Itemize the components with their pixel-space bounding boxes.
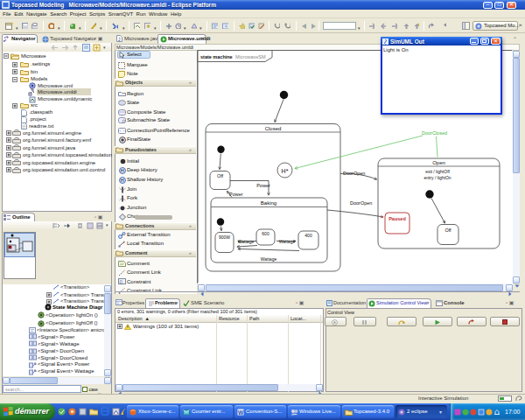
- svg-text:{}: {}: [120, 279, 123, 284]
- svg-text:900W: 900W: [219, 234, 230, 240]
- svg-text:MicrowaveSM: MicrowaveSM: [235, 54, 266, 60]
- svg-text:Baking: Baking: [261, 200, 276, 206]
- svg-text:W: W: [238, 409, 244, 415]
- svg-text:entry / lightOn: entry / lightOn: [424, 175, 451, 180]
- svg-text:H: H: [121, 178, 124, 183]
- svg-text:H*: H*: [282, 168, 289, 174]
- svg-text:Wattage: Wattage: [261, 256, 277, 262]
- svg-text:Power: Power: [229, 192, 243, 197]
- svg-text:DoorClosed: DoorClosed: [422, 130, 447, 136]
- svg-text:600: 600: [262, 231, 270, 236]
- svg-text:Wattage: Wattage: [238, 239, 255, 244]
- svg-text:Off: Off: [217, 173, 224, 178]
- svg-text:state machine: state machine: [200, 54, 233, 60]
- svg-text:Wattage: Wattage: [279, 239, 296, 244]
- svg-text:Open: Open: [432, 160, 445, 165]
- svg-text:400: 400: [304, 233, 312, 238]
- svg-text:DoorOpen: DoorOpen: [350, 200, 372, 206]
- svg-text:H: H: [121, 168, 124, 173]
- svg-text:Paused: Paused: [388, 216, 406, 221]
- svg-text:Off: Off: [444, 228, 452, 233]
- svg-text:DoorOpen: DoorOpen: [343, 171, 365, 176]
- svg-text:Closed: Closed: [265, 126, 282, 131]
- svg-text:Power: Power: [256, 183, 270, 188]
- svg-text:exit / lightOff: exit / lightOff: [425, 169, 450, 174]
